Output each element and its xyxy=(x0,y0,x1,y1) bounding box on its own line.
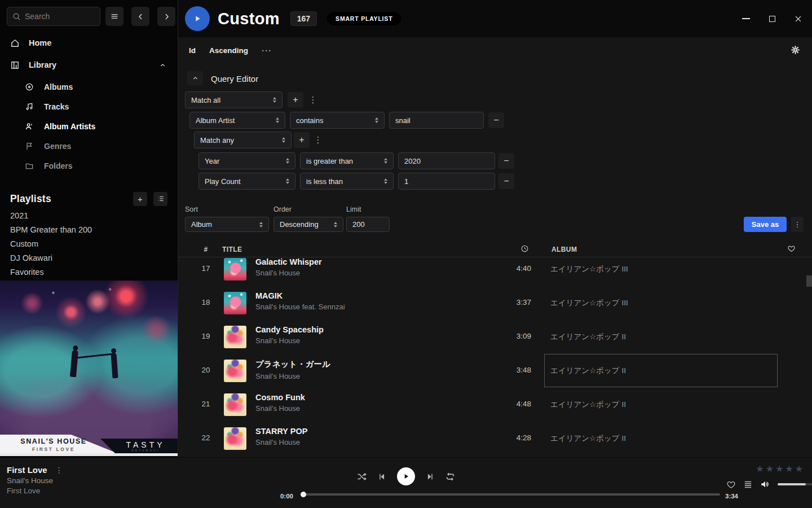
play-playlist-button[interactable] xyxy=(185,6,210,31)
group-match-select[interactable]: Match any xyxy=(194,132,292,148)
track-row[interactable]: 17 Galactic Whisper Snail's House 4:40 エ… xyxy=(178,258,812,286)
more-options-button[interactable]: ··· xyxy=(262,46,272,55)
save-as-button[interactable]: Save as xyxy=(744,217,787,232)
rule-value-input[interactable] xyxy=(398,173,495,190)
track-album-cell[interactable]: エイリアン☆ポップ III xyxy=(544,258,778,286)
star-icon[interactable]: ★ xyxy=(756,463,764,474)
track-artist[interactable]: Snail's House xyxy=(255,438,307,446)
repeat-button[interactable] xyxy=(445,471,456,482)
now-playing-album[interactable]: First Love xyxy=(7,487,63,495)
window-maximize-button[interactable] xyxy=(762,9,782,28)
track-row[interactable]: 21 Cosmo Funk Snail's House 4:48 エイリアン☆ポ… xyxy=(178,388,812,422)
rule-value-input[interactable] xyxy=(389,112,484,129)
column-title[interactable]: TITLE xyxy=(222,246,242,253)
sidebar-item-albums[interactable]: Albums xyxy=(0,77,178,97)
sidebar-item-library[interactable]: Library xyxy=(0,55,178,75)
track-title[interactable]: MAGIK xyxy=(255,291,345,300)
track-album-cell[interactable]: エイリアン☆ポップ II xyxy=(544,320,778,353)
rule-group-menu-button[interactable]: ⋮ xyxy=(312,132,324,148)
add-rule-button[interactable]: + xyxy=(288,92,303,108)
seek-slider[interactable] xyxy=(302,493,720,496)
volume-button[interactable] xyxy=(760,479,770,489)
track-row[interactable]: 22 STARRY POP Snail's House 4:28 エイリアン☆ポ… xyxy=(178,422,812,456)
rule-field-select[interactable]: Play Count xyxy=(198,173,295,190)
rule-field-select[interactable]: Year xyxy=(198,152,295,169)
chevron-up-icon[interactable] xyxy=(159,62,166,69)
column-index[interactable]: # xyxy=(196,246,216,253)
seek-slider-thumb[interactable] xyxy=(301,492,306,497)
play-pause-button[interactable] xyxy=(397,467,415,485)
settings-icon[interactable] xyxy=(790,45,800,55)
order-select[interactable]: Descending xyxy=(273,217,343,232)
track-row[interactable]: 18 MAGIK Snail's House feat. Sennzai 3:3… xyxy=(178,286,812,320)
window-close-button[interactable] xyxy=(788,9,807,28)
rule-group-menu-button[interactable]: ⋮ xyxy=(307,92,319,108)
star-icon[interactable]: ★ xyxy=(775,463,783,474)
remove-rule-button[interactable]: − xyxy=(498,173,514,189)
sort-select[interactable]: Album xyxy=(185,217,269,232)
search-input[interactable] xyxy=(25,12,91,21)
previous-track-button[interactable] xyxy=(377,472,387,481)
track-title[interactable]: Galactic Whisper xyxy=(255,258,322,266)
column-album[interactable]: ALBUM xyxy=(551,246,577,253)
track-title[interactable]: Cosmo Funk xyxy=(255,393,305,402)
next-track-button[interactable] xyxy=(425,472,435,481)
track-artist[interactable]: Snail's House xyxy=(255,372,330,380)
track-title[interactable]: プラネット・ガール xyxy=(255,359,330,370)
track-album-cell[interactable]: エイリアン☆ポップ II xyxy=(544,422,778,455)
playlist-item[interactable]: Favorites xyxy=(0,265,178,279)
queue-button[interactable] xyxy=(743,480,753,489)
now-playing-cover-art[interactable]: SNAIL'S HOUSE FIRST LOVE TASTY BETAMAXI xyxy=(0,281,178,456)
sidebar-item-folders[interactable]: Folders xyxy=(0,156,178,176)
track-title[interactable]: STARRY POP xyxy=(255,427,307,436)
now-playing-title[interactable]: First Love xyxy=(7,465,47,475)
sidebar-item-album-artists[interactable]: Album Artists xyxy=(0,116,178,136)
playlist-item[interactable]: DJ Okawari xyxy=(0,251,178,265)
sidebar-item-tracks[interactable]: Tracks xyxy=(0,97,178,116)
track-artist[interactable]: Snail's House xyxy=(255,336,324,345)
rule-field-select[interactable]: Album Artist xyxy=(189,112,285,129)
nav-back-button[interactable] xyxy=(131,7,149,26)
add-playlist-button[interactable]: + xyxy=(133,192,147,206)
rule-operator-select[interactable]: is less than xyxy=(300,173,394,190)
rule-operator-select[interactable]: contains xyxy=(290,112,385,129)
collapse-query-editor-button[interactable] xyxy=(187,71,203,85)
now-playing-artist[interactable]: Snail's House xyxy=(7,476,63,485)
sidebar-item-home[interactable]: Home xyxy=(0,33,178,53)
sort-field-button[interactable]: Id xyxy=(189,46,196,55)
track-artist[interactable]: Snail's House feat. Sennzai xyxy=(255,303,345,311)
track-album-cell[interactable]: エイリアン☆ポップ II xyxy=(544,354,778,387)
track-row[interactable]: 20 プラネット・ガール Snail's House 3:48 エイリアン☆ポッ… xyxy=(178,354,812,388)
shuffle-button[interactable] xyxy=(356,471,367,482)
scrollbar-thumb[interactable] xyxy=(806,275,812,287)
save-menu-button[interactable]: ⋮ xyxy=(791,217,804,232)
window-minimize-button[interactable] xyxy=(736,9,756,28)
limit-input[interactable] xyxy=(346,217,390,232)
nav-forward-button[interactable] xyxy=(157,7,175,26)
rule-operator-select[interactable]: is greater than xyxy=(300,152,394,169)
remove-rule-button[interactable]: − xyxy=(498,153,514,169)
track-title[interactable]: Candy Spaceship xyxy=(255,325,324,334)
sort-direction-button[interactable]: Ascending xyxy=(209,46,248,55)
favorite-column-heart-icon[interactable] xyxy=(787,244,796,255)
root-match-select[interactable]: Match all xyxy=(185,91,283,108)
track-album-cell[interactable]: エイリアン☆ポップ II xyxy=(544,388,778,421)
star-icon[interactable]: ★ xyxy=(785,463,793,474)
track-artist[interactable]: Snail's House xyxy=(255,269,322,277)
star-icon[interactable]: ★ xyxy=(795,463,803,474)
favorite-button[interactable] xyxy=(726,480,736,489)
remove-rule-button[interactable]: − xyxy=(488,112,504,128)
now-playing-menu-button[interactable]: ⋮ xyxy=(55,466,63,475)
track-row[interactable]: 19 Candy Spaceship Snail's House 3:09 エイ… xyxy=(178,320,812,354)
menu-button[interactable] xyxy=(105,7,123,26)
playlist-item[interactable]: Custom xyxy=(0,237,178,251)
track-album-cell[interactable]: エイリアン☆ポップ III xyxy=(544,286,778,319)
sidebar-item-genres[interactable]: Genres xyxy=(0,136,178,156)
playlist-options-button[interactable] xyxy=(153,192,167,206)
playlist-item[interactable]: 2021 xyxy=(0,208,178,222)
playlist-item[interactable]: BPM Greater than 200 xyxy=(0,222,178,237)
rule-value-input[interactable] xyxy=(398,152,495,169)
star-icon[interactable]: ★ xyxy=(766,463,774,474)
track-artist[interactable]: Snail's House xyxy=(255,404,305,413)
add-rule-button[interactable]: + xyxy=(294,132,310,148)
